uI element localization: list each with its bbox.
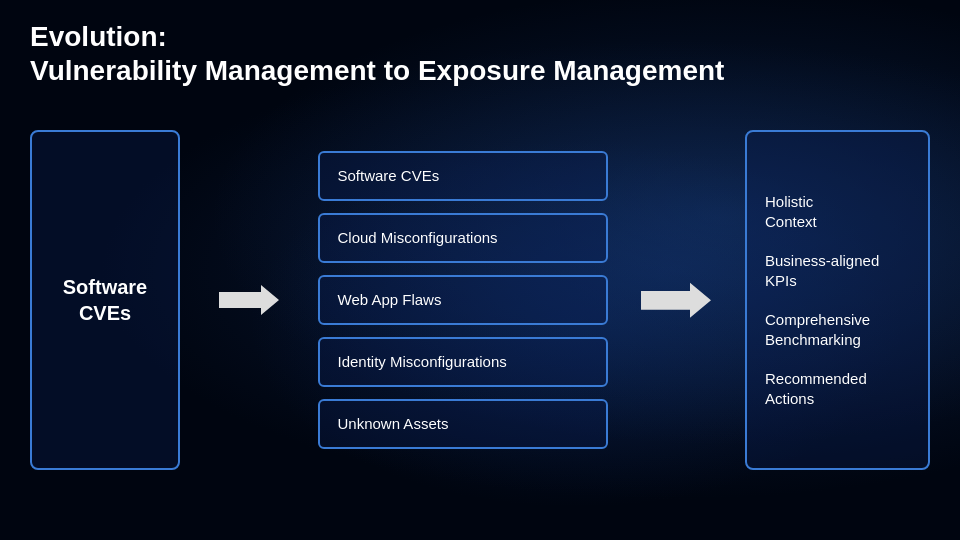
right-item-3-label: RecommendedActions [765, 370, 867, 407]
mid-item-0: Software CVEs [318, 151, 608, 201]
svg-marker-1 [641, 283, 711, 318]
left-box: SoftwareCVEs [30, 130, 180, 470]
main-layout: SoftwareCVEs Software CVEs Cloud Misconf… [30, 105, 930, 495]
right-item-2: ComprehensiveBenchmarking [765, 304, 910, 355]
svg-marker-0 [219, 285, 279, 315]
title-line2: Vulnerability Management to Exposure Man… [30, 54, 930, 88]
middle-column: Software CVEs Cloud Misconfigurations We… [318, 151, 608, 449]
right-item-1-label: Business-alignedKPIs [765, 252, 879, 289]
mid-item-1: Cloud Misconfigurations [318, 213, 608, 263]
left-box-label: SoftwareCVEs [63, 274, 147, 326]
right-item-1: Business-alignedKPIs [765, 245, 910, 296]
right-item-0-label: HolisticContext [765, 193, 817, 230]
mid-item-3: Identity Misconfigurations [318, 337, 608, 387]
arrow-2 [641, 277, 711, 324]
mid-item-3-label: Identity Misconfigurations [338, 353, 507, 370]
arrow-1-icon [219, 280, 279, 320]
right-item-3: RecommendedActions [765, 363, 910, 414]
right-box: HolisticContext Business-alignedKPIs Com… [745, 130, 930, 470]
mid-item-0-label: Software CVEs [338, 167, 440, 184]
title-line1: Evolution: [30, 20, 930, 54]
mid-item-4-label: Unknown Assets [338, 415, 449, 432]
arrow-1 [214, 280, 284, 320]
mid-item-1-label: Cloud Misconfigurations [338, 229, 498, 246]
arrow-2-icon [641, 277, 711, 324]
right-item-2-label: ComprehensiveBenchmarking [765, 311, 870, 348]
right-item-0: HolisticContext [765, 186, 910, 237]
mid-item-4: Unknown Assets [318, 399, 608, 449]
title-block: Evolution: Vulnerability Management to E… [30, 20, 930, 87]
mid-item-2-label: Web App Flaws [338, 291, 442, 308]
main-content: Evolution: Vulnerability Management to E… [0, 0, 960, 540]
mid-item-2: Web App Flaws [318, 275, 608, 325]
